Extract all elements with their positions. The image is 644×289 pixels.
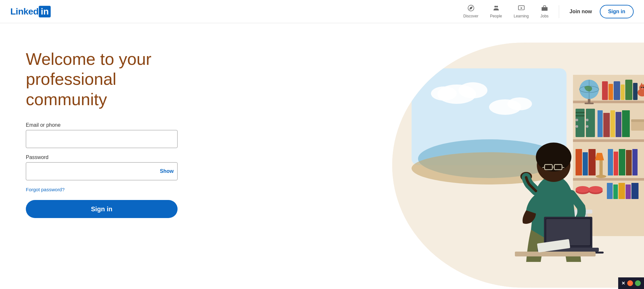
email-label: Email or phone <box>26 122 194 128</box>
svg-rect-54 <box>583 152 588 175</box>
svg-point-45 <box>586 125 588 128</box>
nav-label-discover: Discover <box>463 14 478 18</box>
illustration-svg <box>392 43 644 288</box>
join-now-button[interactable]: Join now <box>564 6 597 17</box>
svg-rect-28 <box>621 85 625 100</box>
svg-rect-71 <box>631 183 639 199</box>
svg-rect-24 <box>585 103 594 104</box>
main-content: Welcome to your professional community E… <box>0 23 644 289</box>
svg-rect-23 <box>588 99 590 103</box>
email-form-group: Email or phone <box>26 122 194 148</box>
svg-point-66 <box>588 186 603 193</box>
svg-point-35 <box>641 87 642 88</box>
svg-rect-55 <box>588 149 596 175</box>
svg-rect-61 <box>626 150 632 175</box>
svg-point-36 <box>643 87 644 88</box>
svg-rect-27 <box>614 81 620 100</box>
nav-item-jobs[interactable]: Jobs <box>535 2 554 21</box>
svg-point-11 <box>431 86 457 101</box>
svg-rect-48 <box>610 110 615 137</box>
svg-marker-1 <box>470 7 472 9</box>
svg-point-64 <box>576 186 590 193</box>
svg-rect-6 <box>541 7 547 11</box>
svg-point-2 <box>494 6 496 8</box>
show-password-button[interactable]: Show <box>160 168 174 174</box>
left-panel: Welcome to your professional community E… <box>26 43 194 218</box>
svg-rect-56 <box>599 160 603 176</box>
learning-icon <box>518 5 525 13</box>
header: Linked in Discover <box>0 0 644 23</box>
logo-text: Linked <box>10 6 38 17</box>
svg-rect-40 <box>576 115 585 116</box>
svg-rect-67 <box>607 183 613 199</box>
svg-rect-47 <box>603 113 610 137</box>
svg-point-44 <box>586 119 588 121</box>
svg-rect-49 <box>616 112 621 137</box>
header-sign-in-button[interactable]: Sign in <box>600 5 634 18</box>
svg-rect-50 <box>622 110 630 137</box>
svg-point-10 <box>458 82 487 98</box>
nav-label-jobs: Jobs <box>540 14 548 18</box>
svg-point-42 <box>576 125 578 128</box>
logo[interactable]: Linked in <box>10 6 51 17</box>
svg-rect-62 <box>632 149 638 175</box>
svg-rect-69 <box>618 183 625 199</box>
svg-rect-43 <box>586 109 595 137</box>
sign-in-button[interactable]: Sign in <box>26 200 178 218</box>
nav-divider <box>559 5 559 18</box>
logo-box: in <box>39 6 51 17</box>
svg-rect-39 <box>576 112 585 113</box>
password-form-group: Password Show <box>26 154 194 180</box>
nav-item-learning[interactable]: Learning <box>508 2 534 21</box>
svg-point-3 <box>496 6 498 8</box>
svg-rect-18 <box>573 139 644 142</box>
svg-rect-70 <box>626 184 631 199</box>
people-icon <box>493 5 500 13</box>
bottom-bar: ✕ <box>618 277 644 289</box>
password-wrapper: Show <box>26 162 178 180</box>
svg-rect-17 <box>573 101 644 103</box>
svg-rect-30 <box>633 83 638 100</box>
nav-label-people: People <box>490 14 502 18</box>
nav-item-people[interactable]: People <box>485 2 507 21</box>
nav-item-discover[interactable]: Discover <box>458 2 484 21</box>
svg-rect-68 <box>613 184 618 199</box>
nav-label-learning: Learning <box>514 14 529 18</box>
x-label: ✕ <box>621 281 625 286</box>
svg-marker-5 <box>521 7 523 9</box>
svg-rect-19 <box>573 178 644 181</box>
svg-rect-26 <box>608 84 613 100</box>
illustration-background <box>392 43 644 288</box>
svg-rect-58 <box>608 149 613 175</box>
svg-point-37 <box>641 88 643 89</box>
svg-rect-90 <box>515 252 596 256</box>
jobs-icon <box>541 5 548 13</box>
forgot-password-link[interactable]: Forgot password? <box>26 187 194 192</box>
svg-point-41 <box>576 119 578 121</box>
svg-rect-53 <box>576 149 582 175</box>
svg-rect-52 <box>631 119 644 122</box>
svg-rect-60 <box>619 149 625 175</box>
password-input[interactable] <box>26 162 178 180</box>
right-panel <box>353 43 644 289</box>
email-input[interactable] <box>26 130 178 148</box>
orange-circle <box>627 280 633 286</box>
compass-icon <box>467 5 475 13</box>
svg-rect-25 <box>602 81 608 100</box>
svg-rect-29 <box>625 80 632 100</box>
svg-point-57 <box>596 175 606 178</box>
svg-point-13 <box>507 97 532 110</box>
header-left: Linked in <box>10 6 51 17</box>
welcome-heading: Welcome to your professional community <box>26 49 194 109</box>
svg-rect-59 <box>614 152 618 175</box>
header-right: Discover People <box>458 2 634 21</box>
green-circle <box>635 280 641 286</box>
svg-rect-46 <box>598 110 603 137</box>
nav-items: Discover People <box>458 2 554 21</box>
password-label: Password <box>26 154 194 160</box>
